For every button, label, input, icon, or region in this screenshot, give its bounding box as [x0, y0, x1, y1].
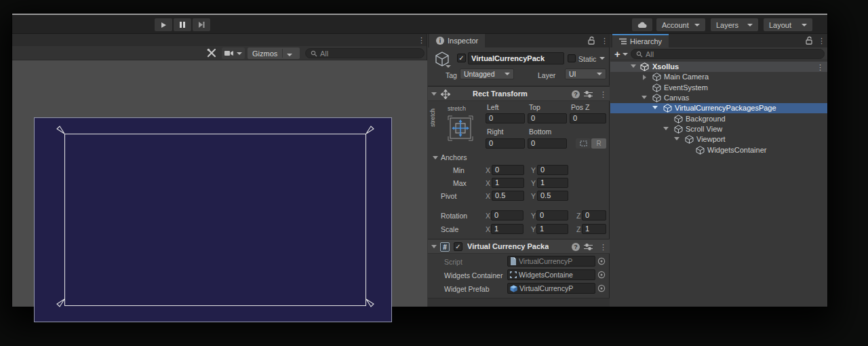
kebab-icon[interactable]: ⋮: [818, 36, 825, 45]
anchor-handle-top-right[interactable]: [364, 125, 375, 136]
layer-value: UI: [569, 70, 576, 78]
tab-hierarchy[interactable]: Hierarchy: [612, 34, 669, 47]
create-plus-button[interactable]: +: [614, 48, 620, 60]
scene-toolbar: Gizmos All: [12, 46, 427, 60]
hierarchy-row[interactable]: Canvas: [610, 93, 827, 103]
hierarchy-search-input[interactable]: All: [631, 49, 825, 59]
lock-icon[interactable]: [588, 36, 595, 45]
foldout-icon[interactable]: [642, 96, 647, 99]
right-label: Right: [487, 128, 504, 136]
rotation-z-field[interactable]: 0: [582, 210, 606, 220]
account-dropdown[interactable]: Account: [656, 18, 705, 31]
step-button[interactable]: [193, 18, 210, 31]
anchors-min-x-field[interactable]: 0: [492, 165, 524, 175]
foldout-icon[interactable]: [674, 137, 679, 140]
scale-x-field[interactable]: 1: [491, 224, 524, 234]
foldout-icon[interactable]: [433, 156, 438, 159]
hierarchy-row-selected[interactable]: VirtualCurrencyPackagesPage: [610, 103, 827, 113]
help-icon[interactable]: ?: [572, 90, 580, 98]
search-placeholder: All: [646, 50, 654, 58]
foldout-icon[interactable]: [431, 245, 437, 248]
axis-y-label: Y: [531, 225, 536, 233]
gameobject-name-field[interactable]: VirtualCurrencyPack: [468, 52, 564, 64]
posz-field[interactable]: 0: [570, 113, 606, 123]
chevron-down-icon[interactable]: [599, 57, 605, 60]
rotation-y-field[interactable]: 0: [536, 210, 568, 220]
hierarchy-row[interactable]: EventSystem: [610, 83, 827, 93]
component-enabled-checkbox[interactable]: ✓: [454, 242, 462, 251]
gizmos-dropdown[interactable]: Gizmos: [248, 47, 300, 59]
component-title: Rect Transform: [473, 90, 528, 98]
object-picker-icon[interactable]: [597, 269, 606, 280]
presets-icon[interactable]: [584, 90, 593, 98]
top-field[interactable]: 0: [528, 113, 567, 123]
anchors-min-y-field[interactable]: 0: [537, 165, 568, 175]
hierarchy-row[interactable]: Scroll View: [610, 124, 827, 134]
scale-y-field[interactable]: 1: [536, 224, 568, 234]
foldout-icon[interactable]: [663, 127, 669, 130]
rotation-x-field[interactable]: 0: [491, 210, 524, 220]
scale-z-field[interactable]: 1: [582, 224, 606, 234]
foldout-icon[interactable]: [652, 106, 658, 109]
bottom-field[interactable]: 0: [528, 138, 567, 149]
chevron-down-icon[interactable]: [623, 53, 628, 56]
hierarchy-row[interactable]: Main Camera: [610, 72, 827, 82]
raw-edit-mode-button[interactable]: R: [591, 138, 606, 149]
kebab-icon[interactable]: ⋮: [816, 62, 824, 72]
tools-icon[interactable]: [207, 48, 216, 58]
cloud-services-button[interactable]: [632, 18, 652, 31]
anchor-handle-bottom-left[interactable]: [56, 297, 66, 308]
scene-camera-dropdown[interactable]: [222, 47, 245, 59]
anchors-max-y-field[interactable]: 1: [537, 178, 568, 188]
static-checkbox[interactable]: [568, 54, 576, 62]
widget-prefab-object-field[interactable]: VirtualCurrencyP: [507, 283, 595, 294]
pause-button[interactable]: [174, 18, 191, 31]
play-button[interactable]: [155, 18, 172, 31]
help-icon[interactable]: ?: [572, 243, 580, 251]
presets-icon[interactable]: [584, 243, 593, 251]
hierarchy-row[interactable]: Viewport: [610, 134, 827, 145]
layer-dropdown[interactable]: UI: [565, 69, 606, 79]
layers-dropdown[interactable]: Layers: [711, 18, 758, 31]
top-label: Top: [529, 103, 540, 111]
tag-dropdown[interactable]: Untagged: [460, 69, 514, 79]
gameobject-cube-icon: [652, 73, 661, 81]
info-icon: i: [436, 37, 444, 45]
layout-dropdown[interactable]: Layout: [764, 18, 812, 31]
hierarchy-row[interactable]: WidgetsContainer: [610, 145, 827, 155]
foldout-icon[interactable]: [643, 75, 646, 80]
blueprint-mode-button[interactable]: [576, 138, 591, 149]
lock-icon[interactable]: [806, 36, 813, 45]
kebab-icon[interactable]: ⋮: [601, 36, 608, 45]
pivot-y-field[interactable]: 0.5: [537, 191, 568, 201]
pivot-x-field[interactable]: 0.5: [492, 191, 524, 201]
anchor-handle-bottom-right[interactable]: [364, 297, 375, 308]
scene-viewport[interactable]: [12, 60, 427, 307]
anchor-preset-widget[interactable]: [446, 113, 475, 144]
active-checkbox[interactable]: ✓: [457, 54, 466, 62]
left-field[interactable]: 0: [486, 113, 525, 123]
rect-transform-header[interactable]: Rect Transform ? ⋮: [428, 86, 610, 101]
foldout-icon[interactable]: [631, 64, 636, 68]
layer-label: Layer: [538, 71, 555, 79]
widgets-container-object-field[interactable]: WidgetsContaine: [507, 269, 595, 280]
chevron-down-icon[interactable]: [446, 65, 451, 68]
anchor-handle-top-left[interactable]: [56, 125, 66, 136]
axis-x-label: X: [486, 225, 490, 233]
object-picker-icon[interactable]: [597, 283, 606, 294]
script-object-field[interactable]: VirtualCurrencyP: [507, 256, 595, 267]
kebab-icon[interactable]: ⋮: [599, 90, 607, 99]
kebab-icon[interactable]: ⋮: [418, 35, 425, 45]
posz-label: Pos Z: [571, 103, 589, 111]
foldout-icon[interactable]: [431, 92, 437, 96]
hierarchy-row[interactable]: Background: [610, 114, 827, 124]
scene-search-input[interactable]: All: [305, 48, 425, 58]
hierarchy-row-scene[interactable]: Xsollus ⋮: [610, 62, 827, 72]
script-component-header[interactable]: # ✓ Virtual Currency Packa ? ⋮: [428, 239, 610, 254]
right-field[interactable]: 0: [486, 138, 525, 149]
kebab-icon[interactable]: ⋮: [599, 242, 607, 252]
tab-inspector[interactable]: i Inspector: [429, 34, 485, 47]
layers-label: Layers: [716, 21, 738, 29]
object-picker-icon[interactable]: [597, 256, 606, 267]
anchors-max-x-field[interactable]: 1: [492, 178, 524, 188]
